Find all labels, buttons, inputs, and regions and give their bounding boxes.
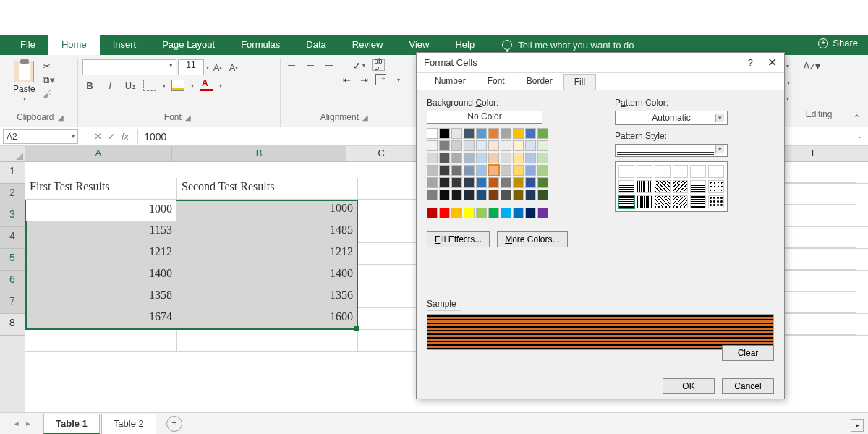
- pattern-swatch[interactable]: [673, 165, 689, 178]
- pattern-swatch[interactable]: [618, 180, 634, 193]
- sheet-nav-first[interactable]: ◂: [14, 419, 19, 428]
- color-swatch[interactable]: [439, 190, 450, 200]
- color-swatch[interactable]: [476, 190, 487, 200]
- help-button[interactable]: ?: [748, 57, 753, 68]
- ribbon-tab-insert[interactable]: Insert: [100, 35, 150, 55]
- no-color-button[interactable]: No Color: [427, 111, 542, 124]
- shrink-font-button[interactable]: A▾: [226, 60, 241, 75]
- color-swatch[interactable]: [451, 177, 462, 188]
- color-swatch[interactable]: [513, 128, 524, 139]
- pattern-swatch[interactable]: [655, 180, 671, 193]
- pattern-swatch[interactable]: [673, 180, 689, 193]
- color-swatch[interactable]: [464, 177, 475, 188]
- cut-button[interactable]: ✂: [43, 61, 55, 72]
- select-all-button[interactable]: [0, 146, 25, 162]
- row-header[interactable]: 8: [0, 314, 25, 336]
- color-swatch[interactable]: [464, 153, 475, 163]
- underline-button[interactable]: U▾: [123, 78, 137, 93]
- color-swatch[interactable]: [513, 165, 524, 176]
- color-swatch[interactable]: [501, 177, 511, 188]
- ribbon-tab-page-layout[interactable]: Page Layout: [149, 35, 228, 55]
- color-swatch[interactable]: [501, 208, 511, 218]
- cancel-button[interactable]: Cancel: [722, 378, 774, 394]
- wrap-text-button[interactable]: ab⤶: [372, 59, 385, 71]
- color-swatch[interactable]: [427, 177, 438, 188]
- ok-button[interactable]: OK: [663, 378, 715, 394]
- column-header[interactable]: B: [172, 146, 347, 161]
- cell[interactable]: 1358: [25, 286, 177, 308]
- color-swatch[interactable]: [525, 153, 536, 163]
- row-header[interactable]: 5: [0, 249, 25, 271]
- color-swatch[interactable]: [537, 208, 548, 218]
- pattern-swatch[interactable]: [637, 180, 652, 193]
- color-swatch[interactable]: [525, 177, 536, 188]
- decrease-indent-button[interactable]: ⇤: [341, 74, 352, 85]
- ribbon-tab-file[interactable]: File: [7, 35, 48, 55]
- close-button[interactable]: ✕: [767, 56, 777, 69]
- color-swatch[interactable]: [513, 177, 524, 188]
- active-cell[interactable]: 1000: [26, 200, 176, 221]
- pattern-swatch[interactable]: [618, 165, 634, 178]
- font-size-select[interactable]: 11: [178, 59, 204, 75]
- color-swatch[interactable]: [427, 208, 438, 218]
- color-swatch[interactable]: [537, 165, 548, 176]
- row-header[interactable]: 4: [0, 227, 25, 249]
- sheet-nav-last[interactable]: ▸: [26, 419, 30, 428]
- copy-button[interactable]: ⧉▾: [43, 75, 55, 86]
- formula-input[interactable]: 1000: [138, 129, 417, 144]
- row-header[interactable]: 3: [0, 205, 25, 227]
- name-box[interactable]: A2▾: [3, 129, 78, 144]
- color-swatch[interactable]: [439, 153, 450, 163]
- color-swatch[interactable]: [427, 140, 438, 151]
- align-top-button[interactable]: [285, 59, 298, 71]
- align-center-button[interactable]: [304, 74, 317, 85]
- row-header[interactable]: 7: [0, 292, 25, 314]
- dialog-launcher[interactable]: ◢: [361, 114, 368, 122]
- color-swatch[interactable]: [451, 153, 462, 163]
- cell[interactable]: 1212: [177, 243, 358, 265]
- color-swatch[interactable]: [537, 177, 548, 188]
- share-button[interactable]: Share: [818, 38, 858, 48]
- pattern-swatch[interactable]: [655, 165, 671, 178]
- italic-button[interactable]: I: [103, 78, 117, 93]
- color-swatch[interactable]: [451, 165, 462, 176]
- color-swatch[interactable]: [488, 190, 499, 200]
- cell[interactable]: [177, 330, 358, 352]
- pattern-color-select[interactable]: Automatic: [615, 111, 728, 125]
- collapse-ribbon-button[interactable]: ⌃: [853, 113, 861, 124]
- color-swatch[interactable]: [501, 153, 511, 163]
- grow-font-button[interactable]: A▴: [210, 60, 225, 75]
- cell[interactable]: [25, 330, 177, 352]
- color-swatch[interactable]: [451, 140, 462, 151]
- color-swatch[interactable]: [525, 190, 536, 200]
- color-swatch[interactable]: [427, 165, 438, 176]
- color-swatch[interactable]: [488, 140, 499, 151]
- pattern-swatch[interactable]: [690, 180, 706, 193]
- color-swatch[interactable]: [476, 140, 487, 151]
- sort-filter-button[interactable]: AZ▾: [803, 60, 820, 72]
- color-swatch[interactable]: [501, 165, 511, 176]
- confirm-entry-button[interactable]: ✓: [108, 131, 116, 142]
- color-swatch[interactable]: [439, 140, 450, 151]
- color-swatch[interactable]: [439, 208, 450, 218]
- ribbon-tab-formulas[interactable]: Formulas: [228, 35, 293, 55]
- cell[interactable]: 1400: [25, 265, 177, 286]
- cell[interactable]: Second Test Results: [177, 178, 358, 200]
- more-colors-button[interactable]: More Colors...: [497, 231, 567, 247]
- font-name-select[interactable]: ▾: [82, 59, 176, 75]
- row-header[interactable]: 6: [0, 271, 25, 292]
- dialog-titlebar[interactable]: Format Cells ? ✕: [417, 53, 784, 73]
- color-swatch[interactable]: [464, 128, 475, 139]
- cell[interactable]: 1000: [177, 200, 358, 221]
- cell[interactable]: First Test Results: [25, 178, 177, 200]
- cancel-entry-button[interactable]: ✕: [94, 131, 102, 142]
- insert-function-button[interactable]: fx: [122, 131, 129, 142]
- pattern-swatch[interactable]: [637, 195, 652, 208]
- cell[interactable]: 1485: [177, 221, 358, 243]
- color-swatch[interactable]: [513, 208, 524, 218]
- color-swatch[interactable]: [451, 128, 462, 139]
- cell[interactable]: 1153: [25, 221, 177, 243]
- color-swatch[interactable]: [439, 128, 450, 139]
- pattern-swatch[interactable]: [708, 165, 724, 178]
- cell[interactable]: 1356: [177, 286, 358, 308]
